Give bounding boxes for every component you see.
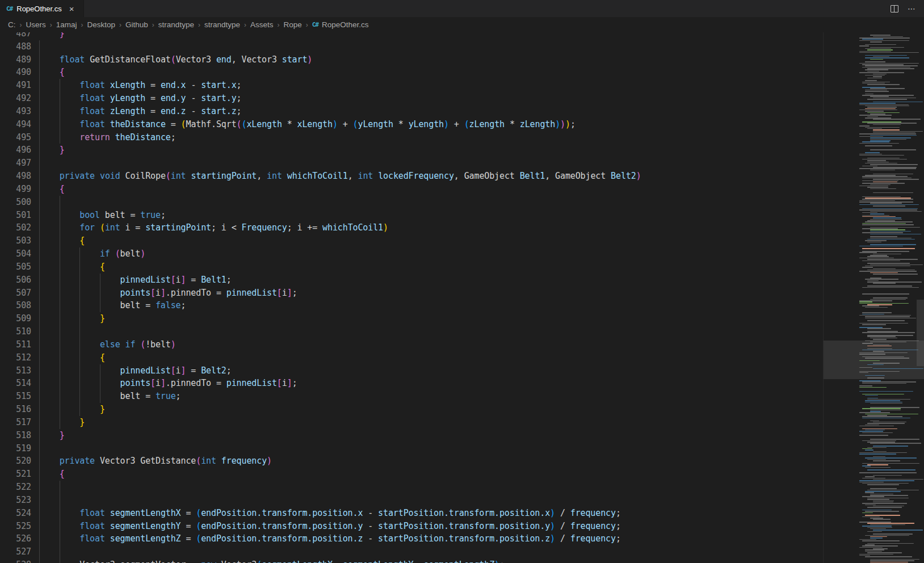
line-number[interactable]: 490 <box>0 66 31 79</box>
line-number[interactable]: 511 <box>0 338 31 351</box>
line-number[interactable]: 519 <box>0 442 31 455</box>
breadcrumb-segment[interactable]: Desktop <box>87 20 116 29</box>
breadcrumb-segment[interactable]: Github <box>125 20 148 29</box>
minimap-code-line <box>859 412 890 413</box>
line-number[interactable]: 494 <box>0 118 31 131</box>
minimap[interactable] <box>823 32 924 563</box>
code-token: { <box>60 67 65 77</box>
line-number[interactable]: 522 <box>0 481 31 494</box>
minimap-code-line <box>870 536 887 537</box>
line-number[interactable]: 500 <box>0 196 31 209</box>
line-number[interactable]: 508 <box>0 299 31 312</box>
line-number[interactable]: 507 <box>0 287 31 300</box>
code-editor[interactable]: 4874884894904914924934944954964974984995… <box>0 32 823 563</box>
code-token <box>95 222 100 233</box>
code-token: ] <box>161 378 166 388</box>
code-token: end <box>216 54 232 65</box>
line-number[interactable]: 512 <box>0 351 31 364</box>
code-token: if <box>100 249 110 259</box>
breadcrumb-segment[interactable]: 1amaj <box>56 20 77 29</box>
line-number[interactable]: 499 <box>0 183 31 196</box>
code-token: startPosition.transform.position.z <box>378 533 550 544</box>
minimap-code-line <box>862 178 912 179</box>
code-token: frequency <box>570 508 616 518</box>
line-number[interactable]: 527 <box>0 545 31 558</box>
line-number[interactable]: 498 <box>0 170 31 183</box>
code-token: - <box>186 106 201 116</box>
code-token: + <box>449 119 464 129</box>
line-number[interactable]: 509 <box>0 312 31 325</box>
chevron-right-icon: › <box>306 21 308 29</box>
minimap-code-line <box>870 338 897 339</box>
minimap-code-line <box>862 343 873 344</box>
breadcrumb-segment[interactable]: Rope <box>283 20 301 29</box>
minimap-code-line <box>870 236 897 237</box>
code-token: = <box>181 533 196 544</box>
line-number[interactable]: 526 <box>0 532 31 545</box>
code-token: zLength <box>469 119 505 129</box>
line-number[interactable]: 497 <box>0 157 31 170</box>
code-token: [ <box>277 378 282 388</box>
code-token: ; <box>171 132 176 142</box>
breadcrumb-segment[interactable]: Users <box>26 20 46 29</box>
line-number[interactable]: 524 <box>0 507 31 520</box>
line-number[interactable]: 504 <box>0 247 31 261</box>
line-number[interactable]: 513 <box>0 364 31 377</box>
minimap-code-line <box>873 56 889 57</box>
split-editor-icon[interactable] <box>891 5 898 12</box>
code-token: i = <box>120 222 146 233</box>
breadcrumb-segment[interactable]: Assets <box>250 20 274 29</box>
line-number[interactable]: 515 <box>0 390 31 403</box>
minimap-code-line <box>859 367 872 368</box>
minimap-code-line <box>859 426 894 427</box>
close-icon[interactable]: × <box>69 5 74 13</box>
line-number[interactable]: 506 <box>0 274 31 287</box>
minimap-code-line <box>870 524 905 526</box>
line-number[interactable]: 516 <box>0 403 31 416</box>
line-number[interactable]: 502 <box>0 221 31 234</box>
breadcrumb-segment[interactable]: strandtype <box>204 20 240 29</box>
minimap-code-line <box>873 74 887 75</box>
line-number[interactable]: 496 <box>0 144 31 157</box>
line-number[interactable]: 487 <box>0 32 31 40</box>
more-actions-icon[interactable]: ⋯ <box>908 6 916 11</box>
line-number[interactable]: 491 <box>0 79 31 92</box>
line-number[interactable]: 520 <box>0 455 31 468</box>
minimap-code-line <box>867 239 915 240</box>
code-token: float <box>79 508 105 518</box>
breadcrumb-file[interactable]: C#RopeOther.cs <box>312 20 369 29</box>
tab-ropeother[interactable]: C# RopeOther.cs × <box>0 0 84 17</box>
minimap-code-line <box>862 416 903 417</box>
line-number[interactable]: 495 <box>0 131 31 144</box>
code-token: * <box>282 119 297 129</box>
minimap-code-line <box>870 238 912 239</box>
csharp-file-icon: C# <box>6 5 12 12</box>
breadcrumb-segment[interactable]: C: <box>8 20 16 29</box>
code-line: for (int i = startingPoint; i < Frequenc… <box>39 221 388 234</box>
line-number[interactable]: 514 <box>0 377 31 390</box>
line-number[interactable]: 523 <box>0 494 31 507</box>
code-token: startingPoint <box>191 171 257 181</box>
minimap-code-line <box>867 459 886 460</box>
line-number[interactable]: 525 <box>0 520 31 533</box>
line-number[interactable]: 492 <box>0 92 31 105</box>
line-number[interactable]: 493 <box>0 105 31 118</box>
line-number[interactable]: 528 <box>0 558 31 563</box>
line-number[interactable]: 510 <box>0 325 31 338</box>
minimap-code-line <box>865 402 903 403</box>
breadcrumb-segment[interactable]: strandtype <box>158 20 194 29</box>
code-token: xLength <box>297 119 333 129</box>
vertical-scrollbar-slider[interactable] <box>917 300 924 366</box>
code-token: } <box>100 313 105 323</box>
line-number[interactable]: 517 <box>0 416 31 429</box>
line-number[interactable]: 501 <box>0 209 31 222</box>
line-number[interactable]: 505 <box>0 261 31 274</box>
code-token: Vector3 GetDistance <box>95 456 196 466</box>
line-number[interactable]: 518 <box>0 429 31 442</box>
code-token: zLength <box>520 119 555 129</box>
line-number[interactable]: 521 <box>0 468 31 481</box>
line-number[interactable]: 489 <box>0 53 31 66</box>
line-number[interactable]: 503 <box>0 234 31 247</box>
line-number[interactable]: 488 <box>0 40 31 53</box>
minimap-code-line <box>859 472 917 473</box>
